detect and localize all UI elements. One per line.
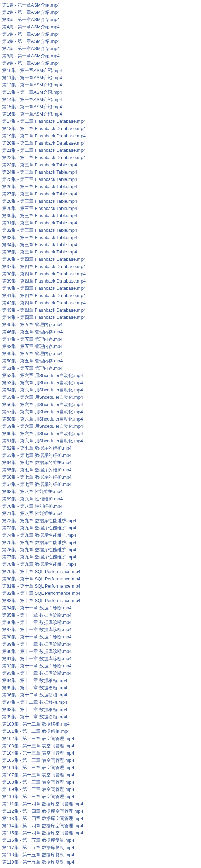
file-link[interactable]: 第44集 - 第四章 Flashback Database.mp4 — [2, 314, 199, 321]
file-link[interactable]: 第88集 - 第十一章 数据库诊断.mp4 — [2, 633, 199, 640]
file-link[interactable]: 第65集 - 第七章 数据库的维护.mp4 — [2, 466, 199, 473]
file-link[interactable]: 第8集 - 第一章ASM介绍.mp4 — [2, 52, 199, 59]
file-link[interactable]: 第33集 - 第三章 Flashback Table.mp4 — [2, 234, 199, 241]
file-link[interactable]: 第62集 - 第七章 数据库的维护.mp4 — [2, 444, 199, 452]
file-link[interactable]: 第67集 - 第七章 数据库的维护.mp4 — [2, 481, 199, 488]
file-link[interactable]: 第90集 - 第十一章 数据库诊断.mp4 — [2, 648, 199, 655]
file-link[interactable]: 第11集 - 第一章ASM介绍.mp4 — [2, 74, 199, 81]
file-link[interactable]: 第58集 - 第六章 用Shceduler自动化.mp4 — [2, 415, 199, 423]
file-link[interactable]: 第21集 - 第二章 Flashback Database.mp4 — [2, 147, 199, 154]
file-link[interactable]: 第113集 - 第十四章 数据库空间管理.mp4 — [2, 815, 199, 822]
file-link[interactable]: 第86集 - 第十一章 数据库诊断.mp4 — [2, 619, 199, 626]
file-link[interactable]: 第54集 - 第六章 用Shceduler自动化.mp4 — [2, 386, 199, 394]
file-link[interactable]: 第56集 - 第六章 用Shceduler自动化.mp4 — [2, 401, 199, 408]
file-link[interactable]: 第14集 - 第一章ASM介绍.mp4 — [2, 96, 199, 103]
file-link[interactable]: 第37集 - 第四章 Flashback Database.mp4 — [2, 263, 199, 270]
file-link[interactable]: 第95集 - 第十二章 数据移植.mp4 — [2, 684, 199, 691]
file-link[interactable]: 第98集 - 第十二章 数据移植.mp4 — [2, 706, 199, 713]
file-link[interactable]: 第49集 - 第五章 管理内存.mp4 — [2, 350, 199, 357]
file-link[interactable]: 第19集 - 第二章 Flashback Database.mp4 — [2, 132, 199, 139]
file-link[interactable]: 第111集 - 第十四章 数据库空间管理.mp4 — [2, 800, 199, 807]
file-link[interactable]: 第118集 - 第十五章 数据库复制.mp4 — [2, 851, 199, 858]
file-link[interactable]: 第63集 - 第七章 数据库的维护.mp4 — [2, 452, 199, 459]
file-link[interactable]: 第72集 - 第九章 数据库性能维护.mp4 — [2, 517, 199, 524]
file-link[interactable]: 第89集 - 第十一章 数据库诊断.mp4 — [2, 640, 199, 648]
file-link[interactable]: 第109集 - 第十三章 表空间管理.mp4 — [2, 786, 199, 793]
file-link[interactable]: 第85集 - 第十一章 数据库诊断.mp4 — [2, 611, 199, 619]
file-link[interactable]: 第36集 - 第四章 Flashback Database.mp4 — [2, 256, 199, 263]
file-link[interactable]: 第116集 - 第十五章 数据库复制.mp4 — [2, 837, 199, 844]
file-link[interactable]: 第15集 - 第一章ASM介绍.mp4 — [2, 103, 199, 110]
file-link[interactable]: 第40集 - 第四章 Flashback Database.mp4 — [2, 285, 199, 292]
file-link[interactable]: 第17集 - 第二章 Flashback Database.mp4 — [2, 118, 199, 125]
file-link[interactable]: 第75集 - 第九章 数据库性能维护.mp4 — [2, 539, 199, 546]
file-link[interactable]: 第10集 - 第一章ASM介绍.mp4 — [2, 67, 199, 74]
file-link[interactable]: 第100集 - 第十二章 数据移植.mp4 — [2, 720, 199, 728]
file-link[interactable]: 第73集 - 第九章 数据库性能维护.mp4 — [2, 524, 199, 532]
file-link[interactable]: 第104集 - 第十三章 表空间管理.mp4 — [2, 749, 199, 757]
file-link[interactable]: 第91集 - 第十一章 数据库诊断.mp4 — [2, 655, 199, 662]
file-link[interactable]: 第31集 - 第三章 Flashback Table.mp4 — [2, 219, 199, 227]
file-link[interactable]: 第76集 - 第九章 数据库性能维护.mp4 — [2, 546, 199, 553]
file-link[interactable]: 第78集 - 第九章 数据库性能维护.mp4 — [2, 561, 199, 568]
file-link[interactable]: 第20集 - 第二章 Flashback Database.mp4 — [2, 139, 199, 147]
file-link[interactable]: 第29集 - 第三章 Flashback Table.mp4 — [2, 205, 199, 212]
file-link[interactable]: 第108集 - 第十三章 表空间管理.mp4 — [2, 778, 199, 786]
file-link[interactable]: 第53集 - 第六章 用Shceduler自动化.mp4 — [2, 379, 199, 386]
file-link[interactable]: 第82集 - 第十章 SQL Performance.mp4 — [2, 590, 199, 597]
file-link[interactable]: 第112集 - 第十四章 数据库空间管理.mp4 — [2, 807, 199, 815]
file-link[interactable]: 第28集 - 第三章 Flashback Table.mp4 — [2, 197, 199, 205]
file-link[interactable]: 第68集 - 第八章 性能维护.mp4 — [2, 488, 199, 495]
file-link[interactable]: 第2集 - 第一章ASM介绍.mp4 — [2, 9, 199, 16]
file-link[interactable]: 第61集 - 第六章 用Shceduler自动化.mp4 — [2, 437, 199, 444]
file-link[interactable]: 第45集 - 第五章 管理内存.mp4 — [2, 321, 199, 328]
file-link[interactable]: 第16集 - 第一章ASM介绍.mp4 — [2, 110, 199, 118]
file-link[interactable]: 第52集 - 第六章 用Shceduler自动化.mp4 — [2, 372, 199, 379]
file-link[interactable]: 第93集 - 第十一章 数据库诊断.mp4 — [2, 670, 199, 677]
file-link[interactable]: 第84集 - 第十一章 数据库诊断.mp4 — [2, 604, 199, 611]
file-link[interactable]: 第4集 - 第一章ASM介绍.mp4 — [2, 23, 199, 30]
file-link[interactable]: 第9集 - 第一章ASM介绍.mp4 — [2, 59, 199, 67]
file-link[interactable]: 第119集 - 第十五章 数据库复制.mp4 — [2, 858, 199, 866]
file-link[interactable]: 第107集 - 第十三章 表空间管理.mp4 — [2, 771, 199, 778]
file-link[interactable]: 第34集 - 第三章 Flashback Table.mp4 — [2, 241, 199, 248]
file-link[interactable]: 第66集 - 第七章 数据库的维护.mp4 — [2, 473, 199, 481]
file-link[interactable]: 第94集 - 第十二章 数据移植.mp4 — [2, 677, 199, 684]
file-link[interactable]: 第114集 - 第十四章 数据库空间管理.mp4 — [2, 822, 199, 829]
file-link[interactable]: 第22集 - 第二章 Flashback Database.mp4 — [2, 154, 199, 161]
file-link[interactable]: 第7集 - 第一章ASM介绍.mp4 — [2, 45, 199, 52]
file-link[interactable]: 第70集 - 第八章 性能维护.mp4 — [2, 502, 199, 510]
file-link[interactable]: 第27集 - 第三章 Flashback Table.mp4 — [2, 190, 199, 197]
file-link[interactable]: 第24集 - 第三章 Flashback Table.mp4 — [2, 168, 199, 176]
file-link[interactable]: 第18集 - 第二章 Flashback Database.mp4 — [2, 125, 199, 132]
file-link[interactable]: 第26集 - 第三章 Flashback Table.mp4 — [2, 183, 199, 190]
file-link[interactable]: 第42集 - 第四章 Flashback Database.mp4 — [2, 299, 199, 306]
file-link[interactable]: 第117集 - 第十五章 数据库复制.mp4 — [2, 844, 199, 851]
file-link[interactable]: 第3集 - 第一章ASM介绍.mp4 — [2, 16, 199, 23]
file-link[interactable]: 第80集 - 第十章 SQL Performance.mp4 — [2, 575, 199, 582]
file-link[interactable]: 第55集 - 第六章 用Shceduler自动化.mp4 — [2, 394, 199, 401]
file-link[interactable]: 第87集 - 第十一章 数据库诊断.mp4 — [2, 626, 199, 633]
file-link[interactable]: 第47集 - 第五章 管理内存.mp4 — [2, 335, 199, 343]
file-link[interactable]: 第1集 - 第一章ASM介绍.mp4 — [2, 1, 199, 9]
file-link[interactable]: 第103集 - 第十三章 表空间管理.mp4 — [2, 742, 199, 749]
file-link[interactable]: 第5集 - 第一章ASM介绍.mp4 — [2, 30, 199, 38]
file-link[interactable]: 第102集 - 第十三章 表空间管理.mp4 — [2, 735, 199, 742]
file-link[interactable]: 第13集 - 第一章ASM介绍.mp4 — [2, 89, 199, 96]
file-link[interactable]: 第32集 - 第三章 Flashback Table.mp4 — [2, 227, 199, 234]
file-link[interactable]: 第12集 - 第一章ASM介绍.mp4 — [2, 81, 199, 89]
file-link[interactable]: 第97集 - 第十二章 数据移植.mp4 — [2, 699, 199, 706]
file-link[interactable]: 第60集 - 第六章 用Shceduler自动化.mp4 — [2, 430, 199, 437]
file-link[interactable]: 第38集 - 第四章 Flashback Database.mp4 — [2, 270, 199, 277]
file-link[interactable]: 第43集 - 第四章 Flashback Database.mp4 — [2, 306, 199, 314]
file-link[interactable]: 第79集 - 第十章 SQL Performance.mp4 — [2, 568, 199, 575]
file-link[interactable]: 第69集 - 第八章 性能维护.mp4 — [2, 495, 199, 502]
file-link[interactable]: 第48集 - 第五章 管理内存.mp4 — [2, 343, 199, 350]
file-link[interactable]: 第77集 - 第九章 数据库性能维护.mp4 — [2, 553, 199, 561]
file-link[interactable]: 第96集 - 第十二章 数据移植.mp4 — [2, 691, 199, 699]
file-link[interactable]: 第46集 - 第五章 管理内存.mp4 — [2, 328, 199, 335]
file-link[interactable]: 第115集 - 第十四章 数据库空间管理.mp4 — [2, 829, 199, 837]
file-link[interactable]: 第6集 - 第一章ASM介绍.mp4 — [2, 38, 199, 45]
file-link[interactable]: 第74集 - 第九章 数据库性能维护.mp4 — [2, 532, 199, 539]
file-link[interactable]: 第83集 - 第十章 SQL Performance.mp4 — [2, 597, 199, 604]
